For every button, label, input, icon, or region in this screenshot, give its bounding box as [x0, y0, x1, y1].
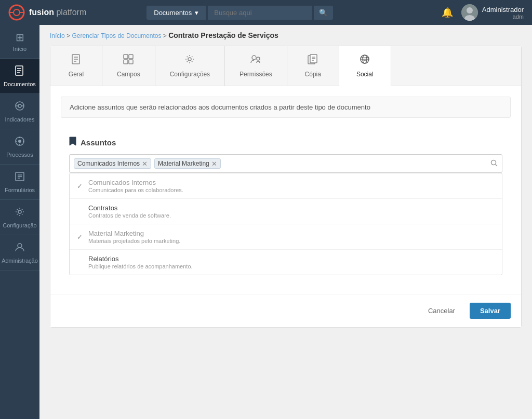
- nav-dropdown[interactable]: Documentos ▾: [147, 6, 206, 20]
- social-tab-content: Adicione assuntos que serão relacionados…: [50, 86, 521, 294]
- svg-point-1: [14, 9, 20, 16]
- tab-geral-icon: [71, 53, 82, 67]
- logo: fusion platform: [8, 4, 86, 21]
- tag-comunicados: Comunicados Internos ✕: [74, 158, 151, 169]
- dropdown-item-material-name: Material Marketing: [88, 229, 494, 237]
- tab-campos[interactable]: Campos: [102, 46, 155, 86]
- svg-point-5: [467, 7, 473, 13]
- tag-material: Material Marketing ✕: [154, 158, 221, 169]
- save-button[interactable]: Salvar: [470, 303, 511, 319]
- user-menu[interactable]: Administrador adm: [461, 4, 524, 21]
- svg-point-37: [257, 57, 260, 60]
- topbar-nav: Documentos ▾ 🔍: [147, 6, 333, 20]
- dropdown-item-comunicados[interactable]: ✓ Comunicados Internos Comunicados para …: [70, 173, 502, 199]
- sidebar-item-inicio[interactable]: ⊞ Início: [0, 25, 39, 59]
- app-name: fusion platform: [29, 8, 86, 17]
- svg-point-36: [252, 56, 256, 60]
- svg-point-25: [18, 210, 21, 213]
- dropdown-wrapper: ✓ Comunicados Internos Comunicados para …: [69, 173, 502, 275]
- dropdown-item-contratos-name: Contratos: [88, 204, 494, 212]
- dropdown-item-contratos-desc: Contratos de venda de software.: [88, 212, 494, 219]
- tab-copia-icon: [307, 53, 318, 67]
- tag-material-remove[interactable]: ✕: [211, 160, 217, 167]
- user-name: Administrador: [482, 6, 524, 13]
- home-icon: ⊞: [16, 31, 24, 44]
- search-icon: 🔍: [319, 9, 328, 17]
- bookmark-icon: [69, 137, 76, 148]
- svg-rect-31: [124, 55, 128, 59]
- svg-point-26: [18, 244, 22, 248]
- tag-comunicados-remove[interactable]: ✕: [142, 160, 148, 167]
- sidebar-item-indicadores-label: Indicadores: [5, 116, 35, 123]
- tab-configuracoes-label: Configurações: [170, 71, 210, 78]
- breadcrumb-inicio[interactable]: Início: [50, 32, 65, 39]
- config-icon: [14, 206, 25, 220]
- svg-point-35: [188, 58, 191, 61]
- dropdown-item-comunicados-name: Comunicados Internos: [88, 179, 494, 186]
- sidebar-item-documentos[interactable]: Documentos: [0, 59, 39, 94]
- dropdown-item-contratos[interactable]: Contratos Contratos de venda de software…: [70, 199, 502, 224]
- main-content: Início > Gerenciar Tipos de Documentos >…: [39, 25, 532, 419]
- tab-copia-label: Cópia: [305, 71, 321, 78]
- tab-campos-label: Campos: [117, 71, 140, 78]
- assuntos-section: Assuntos Comunicados Internos ✕ Material…: [61, 128, 511, 283]
- tag-input-area[interactable]: Comunicados Internos ✕ Material Marketin…: [69, 154, 502, 173]
- dropdown-arrow-icon: ▾: [195, 9, 198, 17]
- tab-geral-label: Geral: [69, 71, 84, 78]
- tab-social[interactable]: Social: [339, 46, 391, 86]
- dropdown-item-relatorios-desc: Publique relatórios de acompanhamento.: [88, 263, 494, 269]
- topbar: fusion platform Documentos ▾ 🔍 🔔 Adminis…: [0, 0, 532, 25]
- logo-icon: [8, 4, 25, 21]
- sidebar-item-inicio-label: Início: [13, 46, 26, 52]
- tab-geral[interactable]: Geral: [50, 46, 102, 86]
- processes-icon: [14, 136, 25, 150]
- sidebar-item-documentos-label: Documentos: [4, 81, 36, 87]
- bell-icon[interactable]: 🔔: [442, 7, 453, 18]
- tag-comunicados-label: Comunicados Internos: [77, 160, 140, 167]
- sidebar-item-administracao[interactable]: Administração: [0, 235, 39, 271]
- assuntos-title: Assuntos: [69, 137, 502, 148]
- dropdown-item-material-desc: Materiais projetados pelo marketing.: [88, 238, 494, 244]
- breadcrumb-gerenciar[interactable]: Gerenciar Tipos de Documentos: [72, 32, 161, 39]
- tab-social-icon: [359, 53, 370, 67]
- tab-permissoes-label: Permissões: [240, 71, 272, 78]
- sidebar-item-indicadores[interactable]: Indicadores: [0, 94, 39, 129]
- breadcrumb: Início > Gerenciar Tipos de Documentos >…: [39, 25, 532, 46]
- documents-icon: [14, 65, 25, 79]
- svg-point-16: [18, 140, 21, 143]
- tab-configuracoes[interactable]: Configurações: [155, 46, 225, 86]
- cancel-button[interactable]: Cancelar: [420, 303, 463, 319]
- sidebar-item-processos-label: Processos: [6, 152, 33, 158]
- sidebar-item-configuracao[interactable]: Configuração: [0, 200, 39, 235]
- sidebar-item-processos[interactable]: Processos: [0, 129, 39, 165]
- search-button[interactable]: 🔍: [314, 6, 333, 20]
- search-icon: [490, 159, 498, 168]
- tab-permissoes[interactable]: Permissões: [225, 46, 287, 86]
- footer-actions: Cancelar Salvar: [50, 294, 521, 327]
- dropdown-item-comunicados-desc: Comunicados para os colaboradores.: [88, 187, 494, 193]
- sidebar-item-configuracao-label: Configuração: [3, 222, 36, 228]
- sidebar: ⊞ Início Documentos: [0, 25, 39, 419]
- user-info: Administrador adm: [482, 6, 524, 20]
- assuntos-heading: Assuntos: [81, 138, 116, 147]
- tabs: Geral Campos: [50, 46, 521, 86]
- search-input[interactable]: [208, 6, 312, 20]
- svg-rect-32: [129, 55, 133, 59]
- svg-point-12: [18, 104, 21, 107]
- svg-point-46: [491, 160, 496, 165]
- sidebar-item-administracao-label: Administração: [2, 258, 38, 264]
- tab-copia[interactable]: Cópia: [287, 46, 339, 86]
- dropdown-item-relatorios[interactable]: Relatórios Publique relatórios de acompa…: [70, 250, 502, 275]
- svg-rect-33: [124, 60, 128, 64]
- avatar: [461, 4, 478, 21]
- check-icon-material: ✓: [77, 233, 83, 241]
- tab-config-icon: [184, 53, 195, 67]
- dropdown-scroll[interactable]: ✓ Comunicados Internos Comunicados para …: [70, 173, 502, 275]
- svg-line-47: [496, 164, 498, 166]
- svg-rect-34: [129, 60, 133, 64]
- admin-icon: [14, 241, 25, 255]
- social-description: Adicione assuntos que serão relacionados…: [61, 97, 511, 118]
- dropdown-item-relatorios-name: Relatórios: [88, 255, 494, 263]
- sidebar-item-formularios[interactable]: Formulários: [0, 165, 39, 200]
- dropdown-item-material[interactable]: ✓ Material Marketing Materiais projetado…: [70, 224, 502, 250]
